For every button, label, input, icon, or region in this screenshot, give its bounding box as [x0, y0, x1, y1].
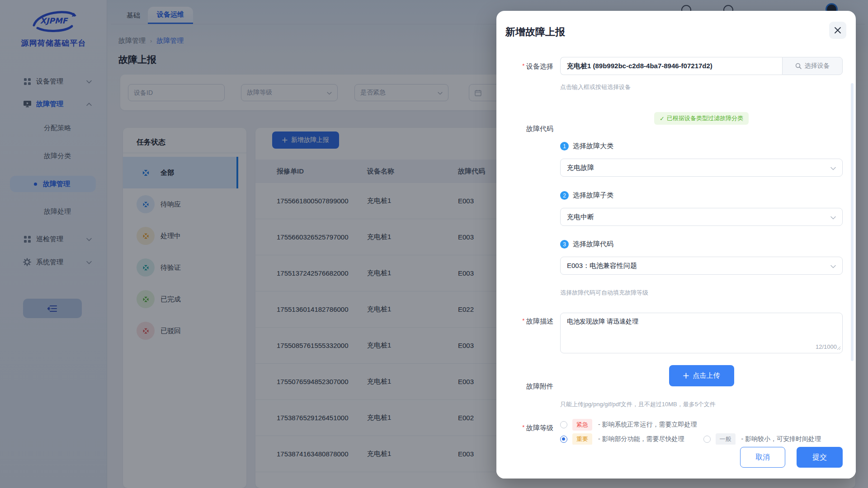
level-option-normal: 一般 - 影响较小，可安排时间处理	[703, 433, 821, 445]
fault-attachment-label: 故障附件	[496, 382, 553, 391]
step-1-header: 1 选择故障大类	[560, 142, 613, 150]
fault-level-label: 故障等级	[496, 424, 553, 432]
modal-title: 新增故障上报	[505, 25, 565, 39]
choose-device-button[interactable]: 选择设备	[782, 57, 843, 75]
device-select-input[interactable]	[560, 57, 782, 75]
chevron-down-icon	[830, 262, 836, 270]
fault-code-label: 故障代码	[496, 125, 553, 133]
attachment-helper-text: 只能上传jpg/png/gif/pdf文件，且不超过10MB，最多5个文件	[560, 400, 716, 408]
close-button[interactable]	[829, 22, 846, 39]
step-2-number: 2	[560, 191, 569, 200]
urgent-badge: 紧急	[572, 419, 592, 431]
fault-sub-class-select[interactable]: 充电中断	[560, 208, 843, 226]
cancel-button[interactable]: 取消	[740, 447, 785, 468]
submit-button[interactable]: 提交	[797, 447, 843, 468]
normal-badge: 一般	[716, 433, 736, 445]
step-3-number: 3	[560, 240, 569, 249]
radio-urgent[interactable]	[560, 421, 567, 428]
radio-normal[interactable]	[703, 436, 711, 443]
fault-code-badge-row: ✓ 已根据设备类型过滤故障分类	[560, 112, 843, 125]
plus-icon	[683, 373, 689, 379]
important-badge: 重要	[572, 433, 592, 445]
modal-scrollbar[interactable]	[851, 83, 854, 361]
chevron-down-icon	[830, 164, 836, 172]
upload-row: 点击上传	[560, 365, 843, 386]
step-1-number: 1	[560, 142, 569, 150]
step-2-header: 2 选择故障子类	[560, 191, 613, 200]
fault-description-label: 故障描述	[496, 317, 553, 326]
char-counter: 12/1000	[816, 343, 837, 350]
device-select-group: 选择设备	[560, 57, 843, 75]
level-option-urgent: 紧急 - 影响系统正常运行，需要立即处理	[560, 418, 697, 431]
device-select-label: 设备选择	[496, 62, 553, 71]
radio-important[interactable]	[560, 436, 567, 443]
fault-code-helper-text: 选择故障代码可自动填充故障等级	[560, 289, 648, 297]
check-icon: ✓	[660, 115, 665, 122]
resize-handle-icon[interactable]	[837, 344, 841, 352]
chevron-down-icon	[830, 213, 836, 221]
fault-description-textarea[interactable]: 电池发现故障 请迅速处理 12/1000	[560, 313, 843, 353]
step-3-header: 3 选择故障代码	[560, 240, 613, 249]
search-icon	[795, 63, 802, 69]
modal-footer: 取消 提交	[496, 445, 856, 479]
fault-code-select[interactable]: E003：电池兼容性问题	[560, 257, 843, 275]
upload-button[interactable]: 点击上传	[669, 365, 734, 386]
app-root: XJPMF 源网荷储基础平台 设备管理 故障管理 分配策略	[0, 0, 868, 488]
filter-applied-badge: ✓ 已根据设备类型过滤故障分类	[654, 112, 749, 125]
device-helper-text: 点击输入框或按钮选择设备	[560, 83, 631, 91]
level-option-row-2: 重要 - 影响部分功能，需要尽快处理 一般 - 影响较小，可安排时间处理	[560, 433, 821, 446]
new-fault-report-modal: 新增故障上报 设备选择 选择设备 点击输入框或按钮选择设备 故障代码 ✓ 已根据…	[496, 11, 856, 479]
fault-major-class-select[interactable]: 充电故障	[560, 159, 843, 177]
close-icon	[834, 27, 841, 34]
